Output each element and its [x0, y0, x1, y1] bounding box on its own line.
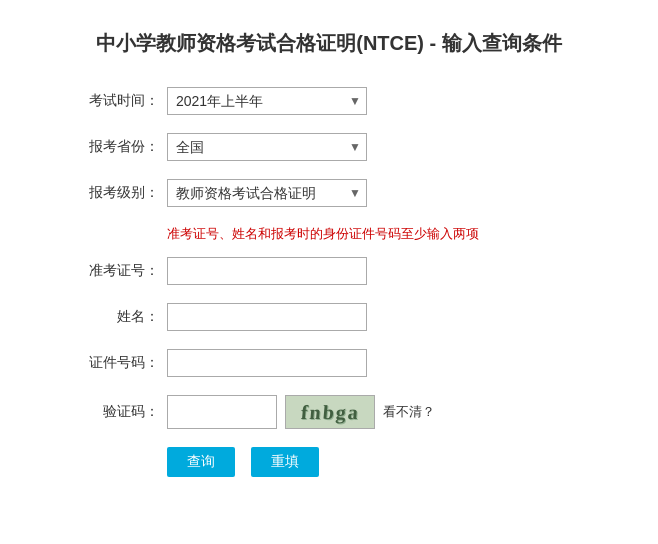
page-wrapper: 中小学教师资格考试合格证明(NTCE) - 输入查询条件 考试时间 2021年上… [0, 0, 658, 544]
province-select-wrapper: 全国 北京 上海 广东 ▼ [167, 133, 367, 161]
reset-button[interactable]: 重填 [251, 447, 319, 477]
province-select[interactable]: 全国 北京 上海 广东 [167, 133, 367, 161]
category-label: 报考级别 [69, 184, 159, 202]
exam-time-select-wrapper: 2021年上半年 2020年下半年 2020年上半年 ▼ [167, 87, 367, 115]
ticket-row: 准考证号 [69, 257, 589, 285]
query-button[interactable]: 查询 [167, 447, 235, 477]
captcha-refresh-link[interactable]: 看不清？ [383, 403, 435, 421]
captcha-input[interactable] [167, 395, 277, 429]
province-label: 报考省份 [69, 138, 159, 156]
error-row: 准考证号、姓名和报考时的身份证件号码至少输入两项 [167, 225, 589, 243]
form-container: 考试时间 2021年上半年 2020年下半年 2020年上半年 ▼ 报考省份 全… [69, 87, 589, 477]
captcha-label: 验证码 [69, 403, 159, 421]
exam-time-label: 考试时间 [69, 92, 159, 110]
category-select[interactable]: 教师资格考试合格证明 幼儿园 小学 初中 高中 [167, 179, 367, 207]
category-row: 报考级别 教师资格考试合格证明 幼儿园 小学 初中 高中 ▼ [69, 179, 589, 207]
name-input[interactable] [167, 303, 367, 331]
exam-time-row: 考试时间 2021年上半年 2020年下半年 2020年上半年 ▼ [69, 87, 589, 115]
id-input[interactable] [167, 349, 367, 377]
exam-time-select[interactable]: 2021年上半年 2020年下半年 2020年上半年 [167, 87, 367, 115]
province-row: 报考省份 全国 北京 上海 广东 ▼ [69, 133, 589, 161]
error-message: 准考证号、姓名和报考时的身份证件号码至少输入两项 [167, 225, 479, 243]
captcha-text: fnbga [300, 401, 361, 424]
id-label: 证件号码 [69, 354, 159, 372]
captcha-image[interactable]: fnbga [285, 395, 375, 429]
ticket-input[interactable] [167, 257, 367, 285]
captcha-row: 验证码 fnbga 看不清？ [69, 395, 589, 429]
name-label: 姓名 [69, 308, 159, 326]
category-select-wrapper: 教师资格考试合格证明 幼儿园 小学 初中 高中 ▼ [167, 179, 367, 207]
name-row: 姓名 [69, 303, 589, 331]
ticket-label: 准考证号 [69, 262, 159, 280]
id-row: 证件号码 [69, 349, 589, 377]
button-row: 查询 重填 [167, 447, 589, 477]
page-title: 中小学教师资格考试合格证明(NTCE) - 输入查询条件 [30, 30, 628, 57]
